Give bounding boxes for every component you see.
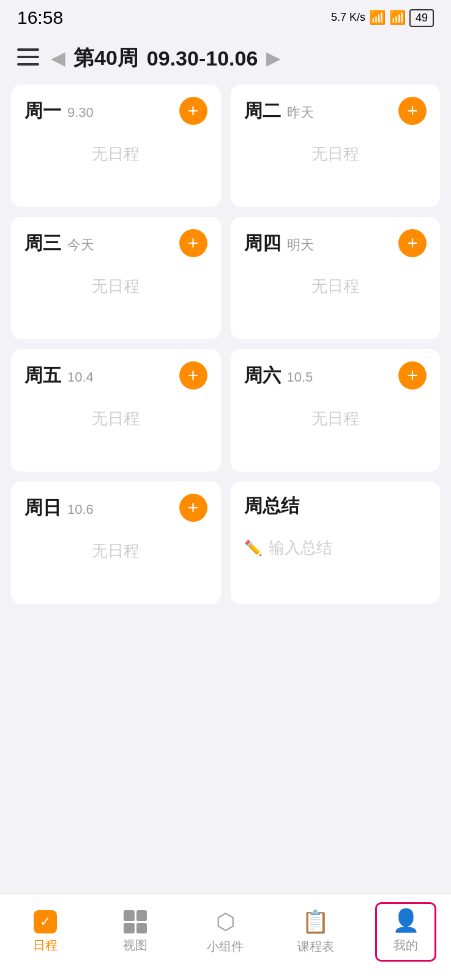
schedule-icon: ✓: [34, 910, 57, 933]
day-card-sunday: 周日 10.6 + 无日程: [11, 481, 221, 604]
week-row-3: 周五 10.4 + 无日程 周六 10.5 + 无日程: [11, 349, 440, 472]
week-row-1: 周一 9.30 + 无日程 周二 昨天 + 无日程: [11, 85, 440, 207]
day-name-wednesday: 周三: [24, 231, 61, 256]
day-label-friday: 周五 10.4: [24, 363, 94, 388]
day-label-thursday: 周四 明天: [244, 231, 314, 256]
day-name-sunday: 周日: [24, 496, 61, 521]
no-schedule-sunday: 无日程: [24, 540, 207, 562]
add-friday-button[interactable]: +: [179, 361, 207, 390]
day-header-monday: 周一 9.30 +: [24, 97, 207, 125]
nav-item-view[interactable]: 视图: [105, 910, 166, 954]
nav-item-widget[interactable]: ⬡ 小组件: [195, 909, 256, 955]
nav-label-my: 我的: [393, 937, 418, 954]
day-label-wednesday: 周三 今天: [24, 231, 94, 256]
my-icon: 👤: [392, 908, 420, 933]
summary-card: 周总结 ✏️ 输入总结: [231, 481, 441, 604]
add-tuesday-button[interactable]: +: [398, 97, 427, 125]
bottom-nav: ✓ 日程 视图 ⬡ 小组件 📋 课程表 👤 我的: [0, 893, 451, 980]
content-area: 周一 9.30 + 无日程 周二 昨天 + 无日程: [0, 85, 451, 714]
add-sunday-button[interactable]: +: [179, 494, 207, 522]
svg-rect-0: [17, 48, 39, 51]
nav-label-timetable: 课程表: [297, 938, 334, 955]
day-card-monday: 周一 9.30 + 无日程: [11, 85, 221, 207]
day-label-sunday: 周日 10.6: [24, 496, 94, 521]
day-name-monday: 周一: [24, 99, 61, 124]
network-speed: 5.7 K/s: [331, 11, 365, 24]
no-schedule-saturday: 无日程: [244, 408, 427, 429]
header-title: ◀ 第40周 09.30-10.06 ▶: [51, 44, 280, 72]
nav-item-my[interactable]: 👤 我的: [375, 902, 436, 962]
nav-label-schedule: 日程: [33, 937, 58, 954]
svg-rect-1: [17, 56, 39, 58]
prev-week-arrow[interactable]: ◀: [51, 48, 65, 69]
day-label-saturday: 周六 10.5: [244, 363, 313, 388]
day-name-thursday: 周四: [244, 231, 281, 256]
day-date-wednesday: 今天: [67, 236, 94, 254]
day-header-sunday: 周日 10.6 +: [24, 494, 207, 522]
day-date-monday: 9.30: [67, 105, 94, 121]
day-header-wednesday: 周三 今天 +: [24, 229, 207, 257]
day-card-tuesday: 周二 昨天 + 无日程: [231, 85, 441, 207]
battery-icon: 49: [409, 9, 434, 27]
nav-label-view: 视图: [123, 937, 147, 954]
summary-title: 周总结: [244, 494, 427, 519]
next-week-arrow[interactable]: ▶: [266, 48, 280, 69]
nav-item-schedule[interactable]: ✓ 日程: [15, 910, 76, 954]
add-wednesday-button[interactable]: +: [179, 229, 207, 257]
no-schedule-wednesday: 无日程: [24, 276, 207, 297]
day-date-saturday: 10.5: [287, 369, 313, 385]
day-card-friday: 周五 10.4 + 无日程: [11, 349, 221, 472]
week-row-2: 周三 今天 + 无日程 周四 明天 + 无日程: [11, 217, 440, 339]
no-schedule-monday: 无日程: [24, 143, 207, 165]
week-row-4: 周日 10.6 + 无日程 周总结 ✏️ 输入总结: [11, 481, 440, 604]
timetable-icon: 📋: [302, 909, 329, 935]
day-date-thursday: 明天: [287, 236, 314, 254]
day-header-friday: 周五 10.4 +: [24, 361, 207, 390]
no-schedule-thursday: 无日程: [244, 276, 427, 297]
week-label: 第40周: [73, 44, 138, 72]
main-content: 周一 9.30 + 无日程 周二 昨天 + 无日程: [0, 85, 451, 604]
no-schedule-friday: 无日程: [24, 408, 207, 429]
day-date-sunday: 10.6: [67, 502, 94, 518]
add-saturday-button[interactable]: +: [398, 361, 427, 390]
view-icon: [124, 910, 147, 933]
summary-placeholder: 输入总结: [269, 537, 332, 559]
day-date-tuesday: 昨天: [287, 104, 314, 122]
wifi-icon: 📶: [369, 10, 386, 26]
day-header-saturday: 周六 10.5 +: [244, 361, 427, 390]
summary-input-area[interactable]: ✏️ 输入总结: [244, 537, 427, 559]
nav-label-widget: 小组件: [207, 938, 244, 955]
add-monday-button[interactable]: +: [179, 97, 207, 125]
status-bar: 16:58 5.7 K/s 📶 📶 49: [0, 0, 451, 33]
day-name-tuesday: 周二: [244, 99, 281, 124]
day-header-thursday: 周四 明天 +: [244, 229, 427, 257]
day-card-saturday: 周六 10.5 + 无日程: [231, 349, 441, 472]
day-name-friday: 周五: [24, 363, 61, 388]
day-name-saturday: 周六: [244, 363, 281, 388]
status-icons: 5.7 K/s 📶 📶 49: [331, 9, 434, 27]
day-card-wednesday: 周三 今天 + 无日程: [11, 217, 221, 339]
svg-rect-2: [17, 63, 39, 66]
header: ◀ 第40周 09.30-10.06 ▶: [0, 33, 451, 85]
nav-item-timetable[interactable]: 📋 课程表: [285, 909, 346, 955]
status-time: 16:58: [17, 7, 63, 28]
date-range: 09.30-10.06: [147, 47, 258, 70]
day-date-friday: 10.4: [67, 369, 94, 385]
no-schedule-tuesday: 无日程: [244, 143, 427, 165]
day-label-monday: 周一 9.30: [24, 99, 94, 124]
add-thursday-button[interactable]: +: [398, 229, 427, 257]
edit-icon: ✏️: [244, 540, 263, 557]
signal-icon: 📶: [389, 10, 406, 26]
day-label-tuesday: 周二 昨天: [244, 99, 314, 124]
day-header-tuesday: 周二 昨天 +: [244, 97, 427, 125]
menu-icon[interactable]: [17, 45, 39, 71]
widget-icon: ⬡: [216, 909, 235, 935]
day-card-thursday: 周四 明天 + 无日程: [231, 217, 441, 339]
